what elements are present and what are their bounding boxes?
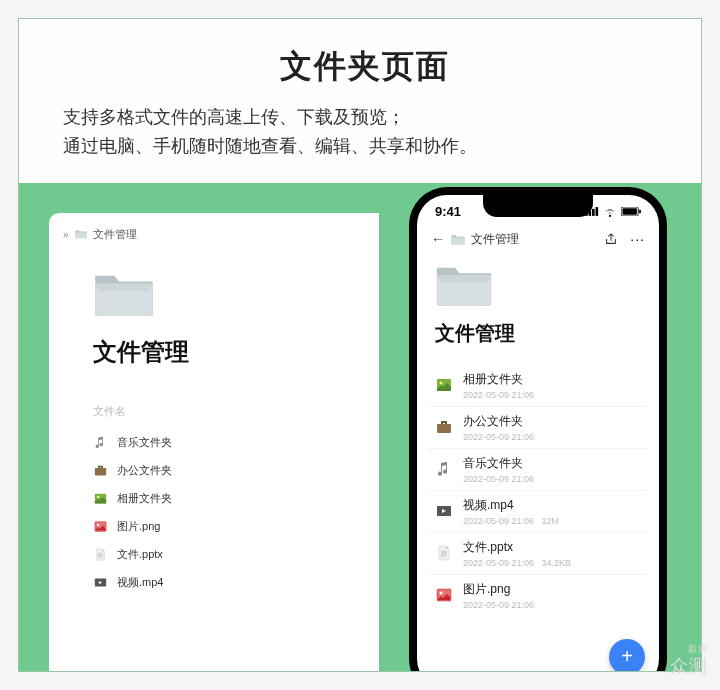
phone-notch xyxy=(483,195,593,217)
folder-icon xyxy=(451,234,465,245)
back-arrow-icon[interactable]: ← xyxy=(431,231,445,247)
column-header-filename[interactable]: 文件名 xyxy=(93,404,379,419)
briefcase-icon xyxy=(435,418,453,436)
desktop-heading: 文件管理 xyxy=(93,336,379,368)
file-name: 相册文件夹 xyxy=(463,371,534,388)
status-time: 9:41 xyxy=(435,204,461,219)
gallery-icon xyxy=(93,492,107,506)
showcase-stage: » 文件管理 文件管理 文件名 音乐文件夹办公文件夹相册文件夹图片.png文件.… xyxy=(19,183,701,672)
folder-hero-icon xyxy=(93,270,155,318)
desktop-window: » 文件管理 文件管理 文件名 音乐文件夹办公文件夹相册文件夹图片.png文件.… xyxy=(49,213,379,672)
music-icon xyxy=(93,436,107,450)
video-icon xyxy=(435,502,453,520)
file-name: 办公文件夹 xyxy=(117,463,172,478)
image-icon xyxy=(93,520,107,534)
list-item[interactable]: 音乐文件夹 xyxy=(93,429,379,457)
file-name: 办公文件夹 xyxy=(463,413,534,430)
doc-icon xyxy=(93,548,107,562)
file-name: 文件.pptx xyxy=(117,547,163,562)
list-item[interactable]: 办公文件夹 xyxy=(93,457,379,485)
folder-icon xyxy=(75,229,87,239)
wifi-icon xyxy=(603,207,617,217)
page-title: 文件夹页面 xyxy=(59,45,671,89)
video-icon xyxy=(93,576,107,590)
doc-icon xyxy=(435,544,453,562)
file-meta: 2022-05-09 21:06 xyxy=(463,432,534,442)
file-name: 图片.png xyxy=(463,581,534,598)
list-item[interactable]: 文件.pptx xyxy=(93,541,379,569)
list-item[interactable]: 相册文件夹 xyxy=(93,485,379,513)
list-item[interactable]: 图片.png xyxy=(93,513,379,541)
phone-heading: 文件管理 xyxy=(435,320,659,347)
folder-hero-icon xyxy=(435,262,493,308)
list-item[interactable]: 图片.png2022-05-09 21:06 xyxy=(429,575,647,616)
gallery-icon xyxy=(435,376,453,394)
desc-line-1: 支持多格式文件的高速上传、下载及预览； xyxy=(63,103,671,132)
file-name: 音乐文件夹 xyxy=(463,455,534,472)
phone-frame: 9:41 ← 文件管理 ··· xyxy=(409,187,667,672)
file-name: 相册文件夹 xyxy=(117,491,172,506)
list-item[interactable]: 办公文件夹2022-05-09 21:06 xyxy=(429,407,647,449)
file-name: 音乐文件夹 xyxy=(117,435,172,450)
music-icon xyxy=(435,460,453,478)
battery-icon xyxy=(621,207,641,216)
list-item[interactable]: 音乐文件夹2022-05-09 21:06 xyxy=(429,449,647,491)
briefcase-icon xyxy=(93,464,107,478)
image-icon xyxy=(435,586,453,604)
chevron-right-icon: » xyxy=(63,229,69,240)
file-meta: 2022-05-09 21:06 xyxy=(463,390,534,400)
phone-breadcrumb-label[interactable]: 文件管理 xyxy=(471,231,519,248)
phone-nav-bar: ← 文件管理 ··· xyxy=(417,223,659,252)
list-item[interactable]: 视频.mp42022-05-09 21:06 12M xyxy=(429,491,647,533)
file-name: 图片.png xyxy=(117,519,160,534)
breadcrumb[interactable]: » 文件管理 xyxy=(59,227,379,242)
list-item[interactable]: 相册文件夹2022-05-09 21:06 xyxy=(429,365,647,407)
file-name: 视频.mp4 xyxy=(117,575,163,590)
breadcrumb-label: 文件管理 xyxy=(93,227,137,242)
file-meta: 2022-05-09 21:06 12M xyxy=(463,516,559,526)
list-item[interactable]: 文件.pptx2022-05-09 21:06 34.2KB xyxy=(429,533,647,575)
file-meta: 2022-05-09 21:06 xyxy=(463,600,534,610)
desc-line-2: 通过电脑、手机随时随地查看、编辑、共享和协作。 xyxy=(63,132,671,161)
page-description: 支持多格式文件的高速上传、下载及预览； 通过电脑、手机随时随地查看、编辑、共享和… xyxy=(59,103,671,161)
desktop-file-list: 音乐文件夹办公文件夹相册文件夹图片.png文件.pptx视频.mp4 xyxy=(93,429,379,597)
file-meta: 2022-05-09 21:06 xyxy=(463,474,534,484)
list-item[interactable]: 视频.mp4 xyxy=(93,569,379,597)
more-icon[interactable]: ··· xyxy=(630,231,645,247)
phone-screen: 9:41 ← 文件管理 ··· xyxy=(417,195,659,672)
file-name: 文件.pptx xyxy=(463,539,571,556)
file-name: 视频.mp4 xyxy=(463,497,559,514)
share-icon[interactable] xyxy=(604,232,618,246)
file-meta: 2022-05-09 21:06 34.2KB xyxy=(463,558,571,568)
add-button[interactable]: + xyxy=(609,639,645,672)
watermark: 新浪 众测 xyxy=(670,645,708,678)
phone-file-list: 相册文件夹2022-05-09 21:06办公文件夹2022-05-09 21:… xyxy=(429,365,647,616)
